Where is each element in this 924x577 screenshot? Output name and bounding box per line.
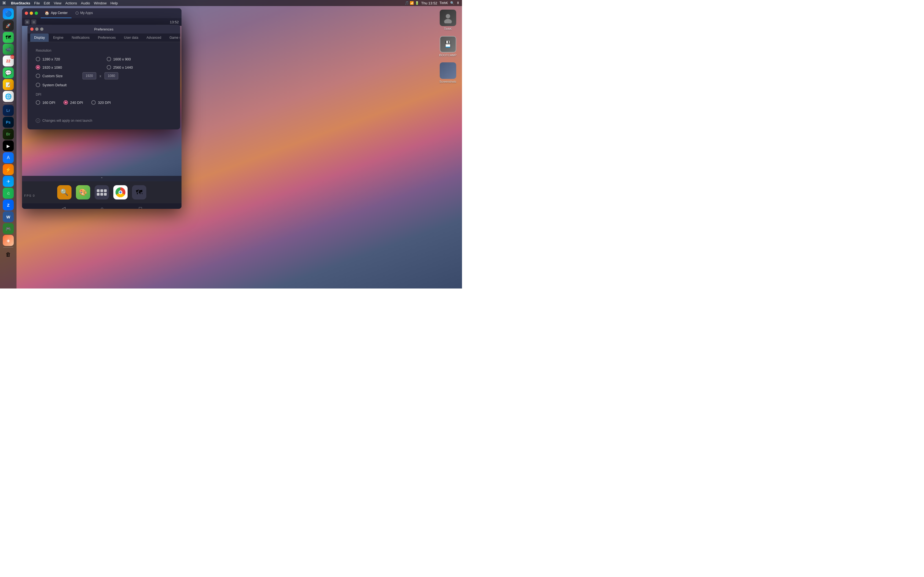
nav-recent-button[interactable]: □	[139, 206, 142, 209]
menubar-help[interactable]: Help	[111, 1, 118, 5]
radio-2560x1440[interactable]	[107, 65, 111, 69]
window-maximize-button[interactable]	[35, 11, 38, 15]
desktop-icon-screenshots[interactable]: Screenshots	[439, 62, 456, 83]
tab-engine[interactable]: Engine	[49, 34, 67, 42]
dpi-section: DPI 160 DPI 240 DPI 320 DPI	[36, 93, 172, 105]
toolbar-icon-2[interactable]: ⊟	[31, 19, 36, 24]
radio-1920x1080[interactable]	[36, 65, 40, 69]
tab-preferences-label: Preferences	[98, 36, 116, 40]
dock-icon-zalo[interactable]: Z	[3, 200, 14, 211]
desktop-icon-screenshots-img	[440, 62, 456, 79]
tab-notifications-label: Notifications	[72, 36, 90, 40]
dialog-minimize-button[interactable]	[35, 27, 39, 31]
dock-icon-chrome[interactable]: 🌐	[3, 91, 14, 102]
resolution-system-default[interactable]: System Default	[36, 83, 172, 87]
taskbar-maps-icon[interactable]: 🗺	[132, 185, 146, 200]
taskbar-chrome-icon[interactable]	[113, 185, 128, 200]
dock: 🔵 🚀 🗺 📹 22 22 💬 📝 🌐 Lr Ps Br ▶ A ⚡ ✈ ♫ Z…	[0, 6, 16, 288]
taskbar-home-icon[interactable]	[95, 185, 109, 200]
dock-icon-game[interactable]: 🎮	[3, 223, 14, 234]
taskbar-search-icon[interactable]: 🔍	[57, 185, 71, 200]
resolution-1600x900-label: 1600 x 900	[113, 57, 131, 61]
dpi-320[interactable]: 320 DPI	[91, 100, 111, 105]
dpi-160[interactable]: 160 DPI	[36, 100, 55, 105]
search-icon[interactable]: 🔍	[450, 1, 454, 5]
fps-value: 0	[33, 194, 34, 197]
radio-custom[interactable]	[36, 74, 40, 78]
menubar-right: 🎵 📶 🔋 Thu 13:52 TinhK 🔍 🎙	[405, 1, 460, 5]
dock-icon-bridge[interactable]: Br	[3, 129, 14, 140]
radio-240dpi[interactable]	[63, 100, 68, 105]
tab-notifications[interactable]: Notifications	[68, 34, 94, 42]
tab-display[interactable]: Display	[30, 34, 48, 42]
siri-icon[interactable]: 🎙	[457, 1, 460, 5]
menubar-audio[interactable]: Audio	[81, 1, 90, 5]
dock-icon-trash[interactable]: 🗑	[3, 249, 14, 260]
menubar-file[interactable]: File	[34, 1, 40, 5]
nav-home-button[interactable]: ○	[101, 206, 104, 209]
menubar-window[interactable]: Window	[94, 1, 107, 5]
resolution-section-label: Resolution	[36, 48, 172, 53]
info-icon: i	[36, 118, 40, 123]
dock-icon-notes[interactable]: 📝	[3, 79, 14, 90]
radio-system-default[interactable]	[36, 83, 40, 87]
tab-preferences[interactable]: Preferences	[94, 34, 120, 42]
desktop-icon-tinhk-img	[440, 10, 456, 26]
dock-icon-facetime[interactable]: 📹	[3, 44, 14, 55]
menubar-actions[interactable]: Actions	[65, 1, 77, 5]
dock-icon-maps[interactable]: 🗺	[3, 32, 14, 43]
resolution-2560x1440[interactable]: 2560 x 1440	[107, 65, 172, 69]
dock-icon-launchpad[interactable]: 🚀	[3, 20, 14, 31]
dock-icon-bluestacks[interactable]: ⚡	[3, 164, 14, 175]
resolution-1280x720[interactable]: 1280 x 720	[36, 57, 101, 61]
dialog-title: Preferences	[94, 27, 113, 31]
tab-advanced[interactable]: Advanced	[143, 34, 165, 42]
fps-label: FPS	[24, 194, 32, 197]
menubar-view[interactable]: View	[53, 1, 61, 5]
menubar-app-name[interactable]: BlueStacks	[11, 1, 30, 5]
taskbar-apps-icon[interactable]: 🎨	[76, 185, 90, 200]
dock-icon-spotify[interactable]: ♫	[3, 188, 14, 199]
tab-user-data[interactable]: User data	[120, 34, 142, 42]
custom-height-input[interactable]	[105, 72, 118, 79]
tab-game-settings[interactable]: Game settings	[166, 34, 180, 42]
apple-menu[interactable]: ⌘	[2, 1, 6, 5]
desktop-icon-bootcamp[interactable]: 💾 BOOTCAMP	[439, 36, 457, 57]
resolution-custom[interactable]: Custom Size	[36, 74, 63, 78]
radio-160dpi[interactable]	[36, 100, 40, 105]
collapse-arrow-icon: ⌃	[100, 177, 103, 181]
dpi-240[interactable]: 240 DPI	[63, 100, 83, 105]
desktop-icon-tinhk[interactable]: TinhK	[440, 10, 456, 31]
toolbar-icon-1[interactable]: ⊞	[25, 19, 30, 24]
dialog-maximize-button[interactable]	[40, 27, 44, 31]
window-close-button[interactable]	[25, 11, 28, 15]
dock-icon-word[interactable]: W	[3, 211, 14, 222]
resolution-1920x1080[interactable]: 1920 x 1080	[36, 65, 101, 69]
dock-icon-messages[interactable]: 💬	[3, 67, 14, 78]
dock-icon-finder[interactable]: 🔵	[3, 8, 14, 19]
fps-indicator: FPS 0	[24, 194, 35, 197]
tab-my-apps[interactable]: ⬡ My Apps	[71, 8, 97, 18]
radio-1280x720[interactable]	[36, 57, 40, 61]
radio-320dpi[interactable]	[91, 100, 96, 105]
dpi-options: 160 DPI 240 DPI 320 DPI	[36, 100, 172, 105]
dock-icon-stack[interactable]: ◈	[3, 235, 14, 246]
dock-icon-appstore[interactable]: A	[3, 152, 14, 163]
collapse-button[interactable]: ⌃	[22, 176, 181, 181]
dialog-close-button[interactable]	[30, 27, 34, 31]
dock-icon-messenger[interactable]: ✈	[3, 176, 14, 187]
window-minimize-button[interactable]	[30, 11, 33, 15]
dock-icon-lightroom[interactable]: Lr	[3, 105, 14, 116]
toolbar-time: 13:52	[170, 20, 179, 24]
dock-icon-photoshop[interactable]: Ps	[3, 117, 14, 128]
tab-app-center[interactable]: 🏠 App Center	[41, 8, 71, 18]
menubar-edit[interactable]: Edit	[44, 1, 50, 5]
dock-icon-appletv[interactable]: ▶	[3, 140, 14, 152]
radio-1600x900[interactable]	[107, 57, 111, 61]
menubar-icons: 🎵 📶 🔋	[405, 1, 419, 5]
resolution-1600x900[interactable]: 1600 x 900	[107, 57, 172, 61]
dock-icon-calendar[interactable]: 22 22	[3, 55, 14, 66]
tab-user-data-label: User data	[124, 36, 138, 40]
custom-width-input[interactable]	[82, 72, 96, 79]
nav-back-button[interactable]: ◁	[61, 206, 65, 209]
